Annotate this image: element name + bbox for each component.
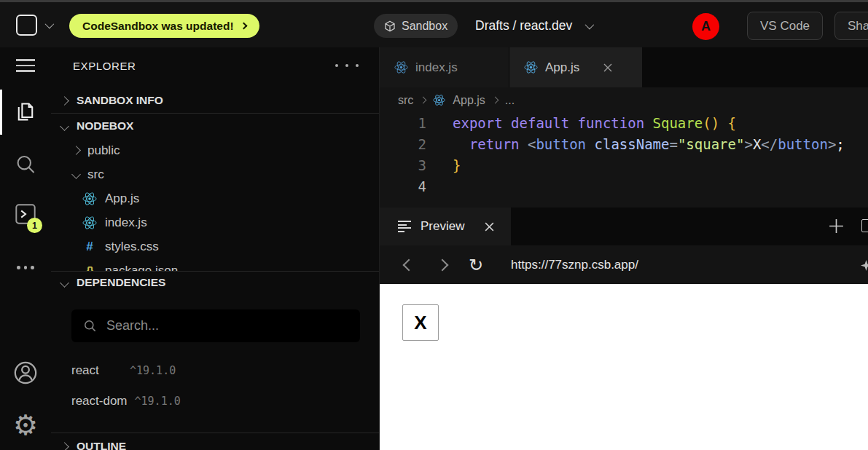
refresh-icon[interactable]: ↻ <box>469 256 483 274</box>
react-icon <box>82 216 97 230</box>
code-line: 2 return <button className="square">X</b… <box>380 134 868 155</box>
code-text: return <button className="square">X</but… <box>426 134 845 155</box>
code-token <box>719 115 727 131</box>
explorer-title: EXPLORER <box>73 60 136 72</box>
code-token: > <box>828 136 836 152</box>
explorer-icon[interactable] <box>0 101 51 123</box>
line-number: 3 <box>380 155 426 176</box>
forward-icon[interactable] <box>437 258 449 271</box>
breadcrumb-folder[interactable]: src <box>398 94 413 107</box>
settings-icon[interactable]: ⚙ <box>0 413 51 438</box>
react-icon <box>394 60 408 74</box>
tree-item-label: src <box>87 167 104 182</box>
chevron-down-icon <box>585 20 595 30</box>
code-token: button <box>536 136 586 152</box>
preview-urlbar: ↻ https://77sznp.csb.app/ <box>380 245 868 284</box>
section-label: DEPENDENCIES <box>77 276 165 289</box>
dependency-name: react-dom <box>71 394 128 408</box>
preview-url[interactable]: https://77sznp.csb.app/ <box>511 258 638 272</box>
section-label: SANDBOX INFO <box>77 94 163 107</box>
search-view-icon[interactable] <box>0 154 51 175</box>
workspace-menu-button[interactable] <box>16 15 52 36</box>
editor-tabbar: index.js App.js <box>380 47 868 87</box>
section-nodebox[interactable]: NODEBOX <box>51 114 379 138</box>
explorer-more-icon[interactable] <box>335 64 359 67</box>
code-token: return <box>469 136 528 152</box>
tree-item-index-js[interactable]: index.js <box>51 210 379 234</box>
react-icon <box>524 60 538 74</box>
avatar-initial: A <box>701 19 711 34</box>
dependency-row-react[interactable]: react ^19.1.0 <box>51 355 379 386</box>
chevron-right-icon <box>420 97 427 104</box>
code-token: () <box>703 115 719 131</box>
avatar[interactable]: A <box>692 13 719 40</box>
line-number: 4 <box>380 176 426 197</box>
gear-icon: ⚙ <box>13 413 38 438</box>
cube-icon <box>384 20 396 32</box>
tree-item-label: styles.css <box>105 240 159 254</box>
main-area: 1 ⚙ EXPLORER <box>0 47 868 450</box>
section-dependencies[interactable]: DEPENDENCIES <box>51 272 379 293</box>
chevron-down-icon <box>60 278 69 288</box>
codesandbox-logo-icon <box>16 15 37 36</box>
more-actions-icon[interactable] <box>0 266 51 269</box>
sparkle-icon[interactable] <box>861 260 868 271</box>
tree-item-public[interactable]: public <box>51 138 379 162</box>
code-token: ; <box>836 136 844 152</box>
terminal-view-icon[interactable] <box>0 203 51 225</box>
code-token: "square" <box>678 136 745 152</box>
tree-item-src[interactable]: src <box>51 162 379 186</box>
breadcrumb-file[interactable]: App.js <box>453 94 485 107</box>
vscode-button[interactable]: VS Code <box>747 12 823 40</box>
tab-index-js[interactable]: index.js <box>380 47 509 87</box>
project-breadcrumb[interactable]: Drafts / react.dev <box>475 2 592 47</box>
dependency-row-react-dom[interactable]: react-dom ^19.1.0 <box>51 386 379 417</box>
account-icon[interactable] <box>0 360 51 385</box>
tree-item-label: index.js <box>105 216 147 230</box>
preview-tab[interactable]: Preview <box>380 208 511 245</box>
update-banner[interactable]: CodeSandbox was updated! <box>69 14 259 38</box>
tree-item-styles-css[interactable]: # styles.css <box>51 234 379 258</box>
chevron-right-icon <box>491 97 498 104</box>
person-icon <box>13 360 38 385</box>
tree-item-app-js[interactable]: App.js <box>51 186 379 210</box>
tab-app-js[interactable]: App.js <box>509 47 642 87</box>
search-icon <box>15 154 36 175</box>
close-icon <box>603 63 613 73</box>
add-preview-button[interactable] <box>828 218 845 234</box>
breadcrumb-more[interactable]: ... <box>505 94 515 107</box>
layout-icon[interactable] <box>861 219 868 232</box>
code-token: </ <box>761 136 778 152</box>
search-input[interactable] <box>106 318 348 333</box>
close-preview-button[interactable] <box>484 221 495 232</box>
chevron-down-icon <box>60 122 69 131</box>
share-button[interactable]: Share <box>834 12 868 40</box>
code-editor[interactable]: 1export default function Square() {2 ret… <box>380 113 868 208</box>
code-token: > <box>744 136 752 152</box>
code-token <box>453 136 469 152</box>
sandbox-badge[interactable]: Sandbox <box>374 14 458 38</box>
tree-item-label: public <box>87 143 120 158</box>
code-token: < <box>528 136 536 152</box>
code-token: className <box>595 136 670 152</box>
react-icon <box>82 192 97 206</box>
section-outline[interactable]: OUTLINE <box>51 433 379 450</box>
chevron-right-icon <box>240 23 247 30</box>
line-number: 1 <box>380 113 426 134</box>
section-label: NODEBOX <box>77 119 133 133</box>
tree-item-label: package.json <box>105 264 178 272</box>
back-icon[interactable] <box>403 258 415 271</box>
menu-icon[interactable] <box>0 59 51 72</box>
square-button[interactable]: X <box>402 304 439 341</box>
section-sandbox-info[interactable]: SANDBOX INFO <box>51 88 379 113</box>
explorer-header: EXPLORER <box>51 47 379 84</box>
list-icon <box>398 221 411 232</box>
code-token: Square <box>653 115 703 131</box>
code-token: { <box>728 115 736 131</box>
close-tab-button[interactable] <box>603 63 613 73</box>
tree-item-package-json[interactable]: {} package.json <box>51 258 379 271</box>
chevron-right-icon <box>71 146 81 155</box>
chevron-down-icon <box>71 170 81 179</box>
editor-breadcrumb: src App.js ... <box>380 87 868 113</box>
close-icon <box>484 221 495 232</box>
